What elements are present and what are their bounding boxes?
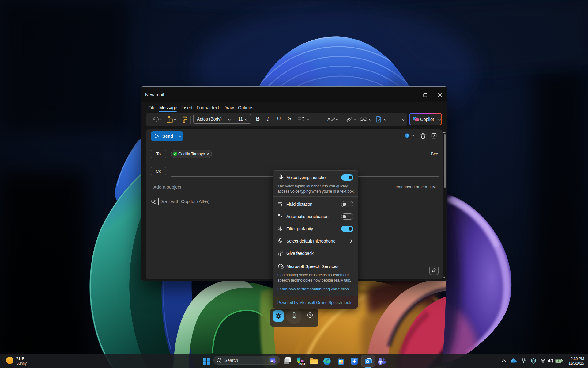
svg-text:?: ? bbox=[309, 313, 311, 317]
svg-text:A: A bbox=[327, 117, 330, 122]
svg-text:M365: M365 bbox=[299, 362, 305, 365]
